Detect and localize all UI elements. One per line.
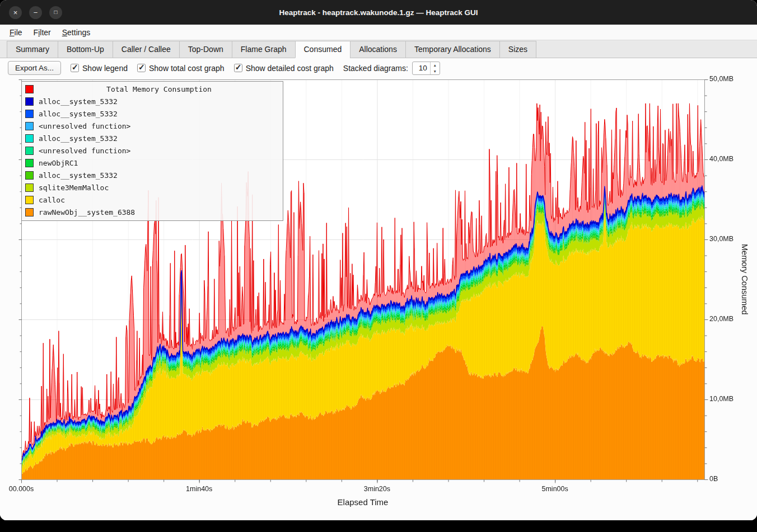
x-tick-label: 00.000s: [0, 485, 46, 493]
show-legend-checkbox[interactable]: Show legend: [71, 64, 128, 73]
spin-up-button[interactable]: ▲: [431, 62, 440, 68]
legend-item: sqlite3MemMalloc: [22, 181, 283, 194]
legend-swatch: [25, 97, 34, 106]
legend-label: alloc__system_5332: [39, 110, 118, 118]
legend-label: alloc__system_5332: [39, 97, 118, 106]
legend-item: <unresolved function>: [22, 144, 283, 157]
show-total-cost-graph-checkbox[interactable]: Show total cost graph: [137, 64, 225, 73]
y-tick-label: 40,0MB: [709, 155, 733, 163]
legend-title-row: Total Memory Consumption: [22, 83, 283, 95]
menu-filter[interactable]: Filter: [29, 26, 56, 39]
legend-swatch: [25, 85, 34, 93]
toolbar: Export As... Show legend Show total cost…: [0, 58, 757, 78]
window-controls: × − □: [9, 0, 62, 25]
checkbox-label: Show total cost graph: [149, 64, 225, 73]
y-axis-title: Memory Consumed: [740, 79, 749, 479]
export-as-button[interactable]: Export As...: [8, 61, 61, 75]
menu-settings[interactable]: Settings: [57, 26, 96, 39]
y-tick-label: 20,0MB: [709, 315, 733, 323]
legend-item: <unresolved function>: [22, 120, 283, 132]
chart-legend: Total Memory Consumptionalloc__system_53…: [21, 81, 283, 221]
spin-buttons: ▲ ▼: [430, 62, 440, 74]
x-tick-label: 1min40s: [174, 485, 225, 493]
y-tick-label: 50,0MB: [709, 75, 733, 83]
legend-label: newObjRC1: [39, 159, 78, 167]
stacked-diagrams-spinbox[interactable]: 10 ▲ ▼: [412, 62, 440, 75]
tab-caller-callee[interactable]: Caller / Callee: [113, 41, 180, 58]
tab-top-down[interactable]: Top-Down: [179, 41, 232, 58]
legend-swatch: [25, 208, 34, 216]
minimize-icon: −: [34, 9, 38, 16]
x-tick-label: 5min00s: [530, 485, 580, 493]
legend-label: alloc__system_5332: [39, 171, 118, 180]
close-button[interactable]: ×: [9, 6, 22, 19]
legend-item: rawNewObj__system_6388: [22, 206, 283, 218]
legend-swatch: [25, 159, 34, 167]
tab-temporary-allocations[interactable]: Temporary Allocations: [405, 41, 500, 58]
checkbox-label: Show detailed cost graph: [246, 64, 334, 73]
legend-label: sqlite3MemMalloc: [39, 183, 109, 192]
legend-swatch: [25, 171, 34, 180]
legend-label: <unresolved function>: [39, 147, 130, 155]
legend-swatch: [25, 196, 34, 204]
y-tick-label: 0B: [709, 475, 718, 483]
legend-swatch: [25, 110, 34, 118]
spin-down-button[interactable]: ▼: [431, 68, 440, 74]
legend-label: alloc__system_5332: [39, 134, 118, 143]
legend-swatch: [25, 183, 34, 192]
titlebar: × − □ Heaptrack - heaptrack.wakunode.1.g…: [0, 0, 757, 25]
y-tick-label: 30,0MB: [709, 235, 733, 243]
heaptrack-window: × − □ Heaptrack - heaptrack.wakunode.1.g…: [0, 0, 757, 520]
chart-area: Total Memory Consumptionalloc__system_53…: [0, 78, 757, 520]
legend-item: alloc__system_5332: [22, 107, 283, 120]
legend-item: alloc__system_5332: [22, 132, 283, 144]
maximize-icon: □: [54, 10, 57, 15]
tab-flame-graph[interactable]: Flame Graph: [232, 41, 296, 58]
tab-allocations[interactable]: Allocations: [350, 41, 406, 58]
legend-item: calloc: [22, 194, 283, 206]
maximize-button[interactable]: □: [49, 6, 62, 19]
menu-file[interactable]: File: [4, 26, 27, 39]
checkbox-icon: [137, 64, 146, 72]
x-axis-title: Elapsed Time: [21, 497, 704, 507]
legend-swatch: [25, 134, 34, 143]
legend-label: calloc: [39, 196, 65, 204]
close-icon: ×: [13, 9, 18, 16]
legend-item: alloc__system_5332: [22, 169, 283, 181]
y-tick-label: 10,0MB: [709, 395, 733, 403]
minimize-button[interactable]: −: [29, 6, 42, 19]
legend-label: <unresolved function>: [39, 122, 130, 130]
legend-title: Total Memory Consumption: [39, 85, 279, 93]
legend-item: alloc__system_5332: [22, 95, 283, 107]
menu-bar: File Filter Settings: [0, 25, 757, 40]
window-title: Heaptrack - heaptrack.wakunode.1.gz — He…: [279, 8, 478, 17]
legend-swatch: [25, 122, 34, 130]
tab-bar: Summary Bottom-Up Caller / Callee Top-Do…: [0, 40, 757, 58]
legend-label: rawNewObj__system_6388: [39, 208, 135, 216]
stacked-diagrams-label: Stacked diagrams:: [343, 64, 408, 73]
tab-consumed[interactable]: Consumed: [295, 41, 351, 58]
checkbox-icon: [71, 64, 79, 72]
show-detailed-cost-graph-checkbox[interactable]: Show detailed cost graph: [234, 64, 334, 73]
tab-bottom-up[interactable]: Bottom-Up: [58, 41, 113, 58]
tab-sizes[interactable]: Sizes: [499, 41, 536, 58]
spin-value: 10: [413, 62, 430, 74]
legend-swatch: [25, 147, 34, 155]
checkbox-icon: [234, 64, 242, 72]
tab-summary[interactable]: Summary: [7, 41, 58, 58]
legend-item: newObjRC1: [22, 157, 283, 169]
x-tick-label: 3min20s: [352, 485, 402, 493]
checkbox-label: Show legend: [82, 64, 128, 73]
